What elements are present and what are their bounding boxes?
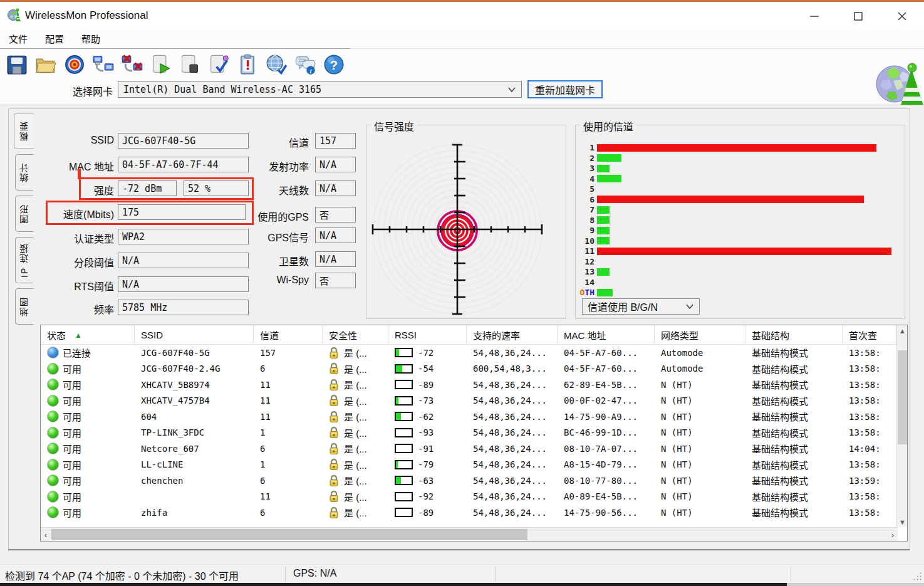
table-row[interactable]: 可用LL-cLINE1是 (...-7954,48,36,24...A8-15-… <box>41 457 896 473</box>
channel-mode-dropdown[interactable]: 信道使用 B/G/N <box>582 298 700 315</box>
table-row[interactable]: 可用JCG-607F40-2.4G6是 (...-54600,54,48,3..… <box>41 361 896 377</box>
network-table: 状态▲SSID信道安全性RSSI支持的速率MAC 地址网络类型基础结构首次查 已… <box>40 325 908 542</box>
field-label-GPS信号: GPS信号 <box>215 229 309 244</box>
help-button[interactable]: ? <box>319 52 348 77</box>
report-button[interactable] <box>233 52 262 77</box>
stop-log-button[interactable] <box>175 52 204 77</box>
resize-grip[interactable] <box>913 572 921 580</box>
rssi-value: -92 <box>418 491 433 501</box>
maximize-icon <box>853 11 864 22</box>
feedback-button[interactable]: i <box>291 52 319 77</box>
reconnect-button[interactable] <box>89 52 118 77</box>
column-header-网络类型[interactable]: 网络类型 <box>655 325 745 345</box>
column-header-信道[interactable]: 信道 <box>254 325 323 345</box>
vertical-scrollbar[interactable]: ▲ ▼ <box>896 325 907 527</box>
security-text: 是 (... <box>344 378 367 391</box>
status-text: 可用 <box>63 410 81 423</box>
start-log-icon <box>150 53 172 76</box>
close-button[interactable] <box>893 8 911 24</box>
menubar: 文件配置帮助 <box>0 29 924 48</box>
column-header-支持的速率[interactable]: 支持的速率 <box>467 325 558 345</box>
minimize-button[interactable] <box>805 8 824 24</box>
mac-cell: 62-89-E4-5B... <box>558 377 655 393</box>
scroll-up-icon[interactable]: ▲ <box>897 325 908 336</box>
table-row[interactable]: 已连接JCG-607F40-5G157是 (...-7254,48,36,24.… <box>41 345 896 361</box>
table-row[interactable]: 可用TP-LINK_3FDC1是 (...-9354,48,36,24...BC… <box>41 425 896 441</box>
table-row[interactable]: 可用zhifa6是 (...-8954,48,36,24...14-75-90-… <box>41 505 896 521</box>
rssi-cell: -73 <box>388 393 467 409</box>
security-text: 是 (... <box>344 394 367 407</box>
menu-item-配置[interactable]: 配置 <box>36 29 73 48</box>
security-cell: 是 (... <box>323 457 388 473</box>
menu-item-文件[interactable]: 文件 <box>0 29 36 48</box>
rssi-value: -91 <box>418 444 433 454</box>
maximize-button[interactable] <box>849 8 868 24</box>
status-ball-icon <box>47 474 59 486</box>
net_type-cell: N (HT) <box>655 505 745 521</box>
column-header-首次查[interactable]: 首次查 <box>843 325 896 345</box>
reload-adapters-button[interactable]: 重新加载网卡 <box>527 80 603 98</box>
scroll-left-icon[interactable]: ‹ <box>41 528 51 542</box>
wirelessmon-window: WirelessMon Professional 文件配置帮助 i? 选择网卡 … <box>0 0 924 586</box>
security-text: 是 (... <box>344 346 367 359</box>
rssi-bar <box>395 428 413 437</box>
main-panel: 概要统计图形IP 连接地图 SSIDJCG-607F40-5GMAC 地址04-… <box>0 105 924 564</box>
table-row[interactable]: 可用XHCATV_4757B411是 (...-7354,48,36,24...… <box>41 393 896 409</box>
column-header-状态[interactable]: 状态▲ <box>41 325 135 345</box>
start-log-button[interactable] <box>147 52 175 77</box>
horizontal-scrollbar[interactable]: ‹ › <box>41 527 898 541</box>
column-header-RSSI[interactable]: RSSI <box>388 325 467 345</box>
verify-log-button[interactable] <box>204 52 233 77</box>
column-header-基础结构[interactable]: 基础结构 <box>745 325 843 345</box>
field-value-频率[interactable]: 5785 MHz <box>118 300 249 315</box>
status-text: 可用 <box>63 362 81 375</box>
column-header-SSID[interactable]: SSID <box>135 325 254 345</box>
rates-cell: 54,48,36,24... <box>467 457 558 473</box>
field-value-GPS信号[interactable]: N/A <box>315 228 356 243</box>
status-ball-icon <box>47 427 59 439</box>
status-cell: 可用 <box>41 457 135 473</box>
field-value-信道[interactable]: 157 <box>315 133 356 149</box>
mac-cell: 14-75-90-56... <box>558 505 655 521</box>
adapter-combobox[interactable]: Intel(R) Dual Band Wireless-AC 3165 <box>118 81 522 98</box>
lock-icon <box>329 506 339 519</box>
ssid-cell: LL-cLINE <box>135 457 254 473</box>
field-value-Wi-Spy[interactable]: 否 <box>315 273 356 288</box>
menu-item-帮助[interactable]: 帮助 <box>73 29 109 48</box>
mac-cell: 04-5F-A7-60... <box>558 345 655 361</box>
field-value-卫星数[interactable]: N/A <box>315 251 356 267</box>
web-check-button[interactable] <box>262 52 291 77</box>
column-header-安全性[interactable]: 安全性 <box>323 325 388 345</box>
first_seen-cell: 14:04: <box>843 441 896 457</box>
target-icon <box>63 53 86 76</box>
field-value-发射功率[interactable]: N/A <box>315 157 356 172</box>
ssid-cell <box>135 489 254 505</box>
channel-bar <box>597 144 876 152</box>
lock-icon <box>329 490 339 503</box>
vertical-scroll-thumb[interactable] <box>898 350 907 444</box>
wirelessmon-logo <box>875 60 924 108</box>
field-value-天线数[interactable]: N/A <box>315 181 356 196</box>
table-row[interactable]: 可用Netcore_6076是 (...-9154,48,36,24...08-… <box>41 441 896 457</box>
scroll-down-icon[interactable]: ▼ <box>897 516 908 527</box>
table-row[interactable]: 可用60411是 (...-6254,48,36,24...14-75-90-A… <box>41 409 896 425</box>
signal-crosshair <box>373 145 542 314</box>
infra-cell: 基础结构模式 <box>745 425 843 441</box>
table-row[interactable]: 可用11是 (...-9254,48,36,24...A0-89-E4-5B..… <box>41 489 896 505</box>
field-value-使用的GPS[interactable]: 否 <box>315 207 356 222</box>
horizontal-scroll-thumb[interactable] <box>51 529 527 540</box>
table-header-row: 状态▲SSID信道安全性RSSI支持的速率MAC 地址网络类型基础结构首次查 <box>41 325 896 345</box>
column-header-MAC 地址[interactable]: MAC 地址 <box>558 325 655 345</box>
save-button[interactable] <box>3 52 31 77</box>
table-row[interactable]: 可用XHCATV_5B897411是 (...-8954,48,36,24...… <box>41 377 896 393</box>
scroll-right-icon[interactable]: › <box>888 528 898 542</box>
disconnect-button[interactable] <box>118 52 147 77</box>
status-ball-icon <box>47 347 59 358</box>
target-button[interactable] <box>60 52 89 77</box>
disconnect-icon <box>121 53 143 76</box>
field-label-SSID: SSID <box>0 135 114 146</box>
open-button[interactable] <box>31 52 60 77</box>
table-row[interactable]: 可用chenchen6是 (...-6354,48,36,24...08-10-… <box>41 473 896 489</box>
rates-cell: 54,48,36,24... <box>467 409 558 425</box>
svg-text:?: ? <box>330 58 338 71</box>
